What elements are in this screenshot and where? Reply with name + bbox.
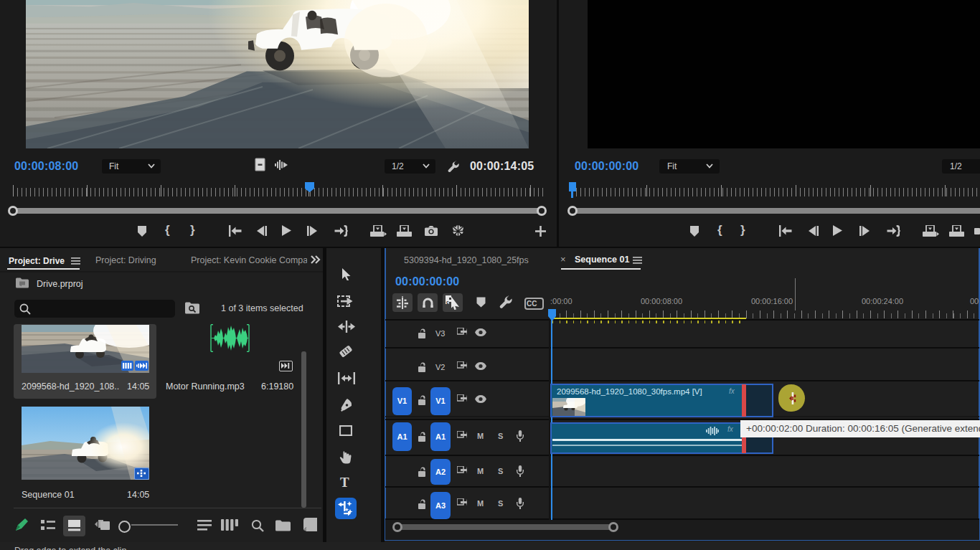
svg-text:c: c xyxy=(446,300,449,305)
